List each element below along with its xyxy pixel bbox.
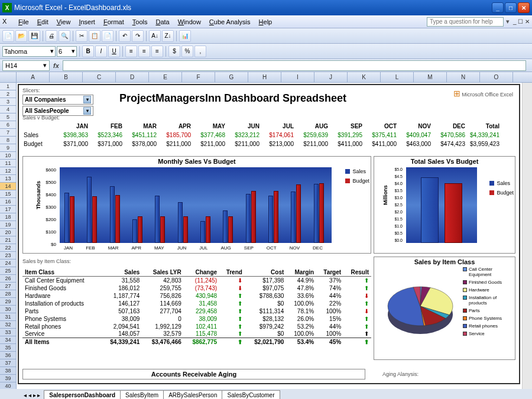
row-header-3[interactable]: 3: [0, 98, 17, 106]
row-header-12[interactable]: 12: [0, 167, 17, 175]
open-button[interactable]: 📂: [15, 30, 27, 42]
row-header-6[interactable]: 6: [0, 121, 17, 129]
menu-insert[interactable]: Insert: [74, 17, 99, 27]
row-header-28[interactable]: 28: [0, 290, 17, 298]
col-header-I[interactable]: I: [281, 72, 314, 82]
row-header-2[interactable]: 2: [0, 90, 17, 98]
sort-asc-button[interactable]: A↓: [149, 30, 161, 42]
row-header-38[interactable]: 38: [0, 367, 17, 375]
menu-window[interactable]: Window: [174, 17, 205, 27]
row-header-11[interactable]: 11: [0, 160, 17, 167]
new-button[interactable]: 📄: [2, 30, 14, 42]
col-header-L[interactable]: L: [381, 72, 414, 82]
comma-button[interactable]: ,: [194, 46, 206, 57]
help-search-input[interactable]: [427, 17, 504, 27]
undo-button[interactable]: ↶: [119, 30, 131, 42]
row-header-37[interactable]: 37: [0, 359, 17, 367]
row-header-4[interactable]: 4: [0, 106, 17, 113]
underline-button[interactable]: U: [108, 46, 120, 57]
vertical-scrollbar[interactable]: [522, 83, 532, 399]
formula-bar[interactable]: [63, 60, 526, 71]
row-header-22[interactable]: 22: [0, 244, 17, 252]
font-selector[interactable]: Tahoma▾: [2, 46, 56, 57]
row-header-27[interactable]: 27: [0, 283, 17, 290]
currency-button[interactable]: $: [168, 46, 180, 57]
minimize-button[interactable]: _: [492, 2, 504, 13]
italic-button[interactable]: I: [95, 46, 107, 57]
print-button[interactable]: 🖨: [46, 30, 57, 42]
col-header-C[interactable]: C: [83, 72, 116, 82]
row-header-20[interactable]: 20: [0, 229, 17, 236]
menu-file[interactable]: File: [14, 17, 33, 27]
col-header-N[interactable]: N: [447, 72, 480, 82]
align-right-button[interactable]: ≡: [151, 46, 163, 57]
menu-help[interactable]: Help: [255, 17, 277, 27]
company-dropdown[interactable]: All Companies▾: [22, 95, 93, 105]
paste-button[interactable]: 📄: [102, 30, 113, 42]
col-header-M[interactable]: M: [414, 72, 447, 82]
redo-button[interactable]: ↷: [132, 30, 144, 42]
row-header-18[interactable]: 18: [0, 213, 17, 221]
sheet-tab-ARBySalesPerson[interactable]: ARBySalesPerson: [163, 390, 222, 399]
row-header-10[interactable]: 10: [0, 152, 17, 160]
row-header-26[interactable]: 26: [0, 275, 17, 283]
sheet-tab-SalespersonDashboard[interactable]: SalespersonDashboard: [44, 390, 121, 399]
row-header-19[interactable]: 19: [0, 221, 17, 229]
row-header-32[interactable]: 32: [0, 321, 17, 329]
chart-button[interactable]: 📊: [179, 30, 191, 42]
sheet-tab-SalesByItem[interactable]: SalesByItem: [120, 390, 164, 399]
menu-edit[interactable]: Edit: [33, 17, 53, 27]
col-header-J[interactable]: J: [314, 72, 348, 82]
select-all-corner[interactable]: [0, 72, 17, 82]
row-header-36[interactable]: 36: [0, 352, 17, 359]
col-header-K[interactable]: K: [348, 72, 381, 82]
percent-button[interactable]: %: [181, 46, 193, 57]
preview-button[interactable]: 🔍: [59, 30, 70, 42]
align-center-button[interactable]: ≡: [138, 46, 150, 57]
col-header-F[interactable]: F: [182, 72, 215, 82]
fx-icon[interactable]: fx: [53, 62, 59, 69]
col-header-A[interactable]: A: [17, 72, 50, 82]
menu-cube-analysis[interactable]: Cube Analysis: [205, 17, 255, 27]
row-header-8[interactable]: 8: [0, 137, 17, 144]
menu-data[interactable]: Data: [151, 17, 173, 27]
row-header-13[interactable]: 13: [0, 175, 17, 183]
row-header-5[interactable]: 5: [0, 113, 17, 121]
menu-tools[interactable]: Tools: [128, 17, 152, 27]
row-header-34[interactable]: 34: [0, 336, 17, 344]
sheet-tab-SalesByCustomer[interactable]: SalesByCustomer: [222, 390, 280, 399]
sort-desc-button[interactable]: Z↓: [162, 30, 174, 42]
row-header-33[interactable]: 33: [0, 329, 17, 336]
row-header-35[interactable]: 35: [0, 344, 17, 352]
col-header-H[interactable]: H: [248, 72, 281, 82]
row-header-17[interactable]: 17: [0, 206, 17, 213]
row-header-21[interactable]: 21: [0, 236, 17, 244]
save-button[interactable]: 💾: [28, 30, 40, 42]
row-header-39[interactable]: 39: [0, 375, 17, 382]
col-header-O[interactable]: O: [480, 72, 513, 82]
copy-button[interactable]: 📋: [89, 30, 100, 42]
row-header-9[interactable]: 9: [0, 144, 17, 152]
col-header-E[interactable]: E: [149, 72, 182, 82]
row-header-14[interactable]: 14: [0, 183, 17, 190]
col-header-D[interactable]: D: [116, 72, 149, 82]
align-left-button[interactable]: ≡: [125, 46, 137, 57]
row-header-31[interactable]: 31: [0, 313, 17, 321]
row-header-30[interactable]: 30: [0, 306, 17, 313]
row-header-23[interactable]: 23: [0, 252, 17, 259]
close-button[interactable]: ✕: [518, 2, 530, 13]
cut-button[interactable]: ✂: [76, 30, 87, 42]
bold-button[interactable]: B: [82, 46, 94, 57]
row-header-16[interactable]: 16: [0, 198, 17, 206]
maximize-button[interactable]: □: [505, 2, 517, 13]
sheet-body[interactable]: Slicers: All Companies▾ All SalesPeople▾…: [17, 83, 521, 399]
row-header-7[interactable]: 7: [0, 129, 17, 137]
row-header-29[interactable]: 29: [0, 298, 17, 306]
menu-view[interactable]: View: [53, 17, 75, 27]
col-header-G[interactable]: G: [215, 72, 248, 82]
row-header-24[interactable]: 24: [0, 259, 17, 267]
col-header-B[interactable]: B: [50, 72, 83, 82]
row-header-15[interactable]: 15: [0, 190, 17, 198]
name-box[interactable]: H14▾: [2, 60, 50, 71]
row-header-1[interactable]: 1: [0, 83, 17, 90]
